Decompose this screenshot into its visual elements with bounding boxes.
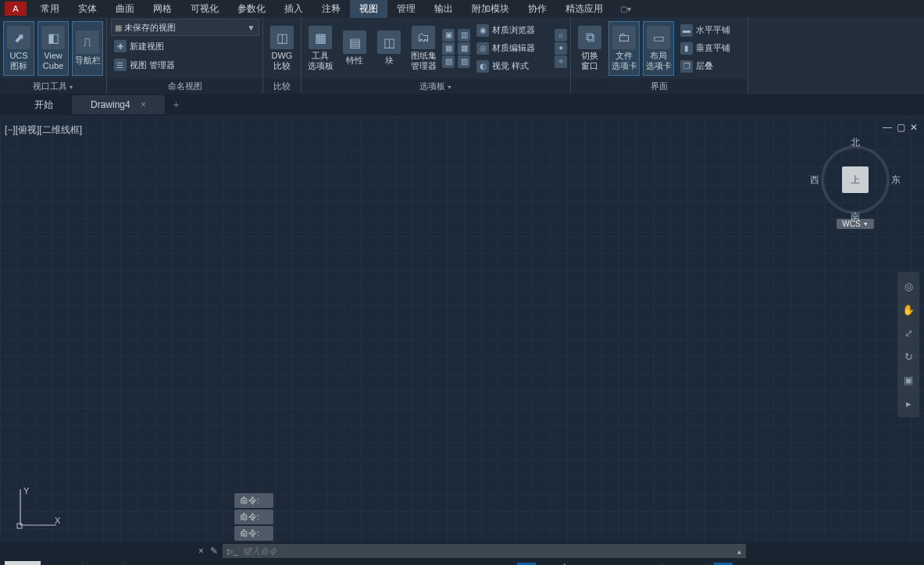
menu-output[interactable]: 输出 <box>425 0 462 18</box>
palette-icon-6[interactable]: ▨ <box>458 55 470 68</box>
view-combo[interactable]: ▦ 未保存的视图 ▼ <box>111 19 259 36</box>
menu-parametric[interactable]: 参数化 <box>228 0 275 18</box>
menu-surface[interactable]: 曲面 <box>106 0 144 18</box>
tab-model[interactable]: 模型 <box>5 561 41 565</box>
navbar-button[interactable]: ⎍ 导航栏 <box>72 21 103 76</box>
panel-palettes-title[interactable]: 选项板 <box>301 79 570 94</box>
nav-more-icon[interactable]: ▸ <box>901 395 916 411</box>
palette-icon-3[interactable]: ▦ <box>442 42 455 55</box>
tab-layout1[interactable]: 布局1 <box>41 561 83 565</box>
tile-v-button[interactable]: ▮垂直平铺 <box>677 40 744 57</box>
viewcube-north[interactable]: 北 <box>851 136 860 149</box>
viewcube-east[interactable]: 东 <box>891 173 901 187</box>
menu-manage[interactable]: 管理 <box>387 0 425 18</box>
app-logo[interactable]: A <box>5 2 27 16</box>
palette-extra-2[interactable]: ✦ <box>555 42 567 55</box>
tab-start[interactable]: 开始 <box>16 95 72 116</box>
status-isolate-button[interactable]: ▣ <box>860 563 879 566</box>
blocks-button[interactable]: ◫ 块 <box>373 21 405 76</box>
status-gear-button[interactable]: ⚙ <box>799 563 818 566</box>
menu-featured[interactable]: 精选应用 <box>556 0 612 18</box>
view-manager-button[interactable]: ☰ 视图 管理器 <box>111 56 178 73</box>
menu-collab[interactable]: 协作 <box>519 0 556 18</box>
new-tab-button[interactable]: ＋ <box>171 98 181 112</box>
material-browser-button[interactable]: ◉材质浏览器 <box>473 22 551 39</box>
ucs-icon-button[interactable]: ⬈ UCS 图标 <box>3 21 34 76</box>
menu-annotate[interactable]: 注释 <box>312 0 350 18</box>
viewcube-west[interactable]: 西 <box>810 173 819 187</box>
status-cleanscreen-button[interactable]: ⛶ <box>880 563 899 566</box>
viewcube-button[interactable]: ◧ View Cube <box>37 21 69 76</box>
status-transparency-button[interactable]: ❖ <box>687 563 705 566</box>
cascade-button[interactable]: ❐层叠 <box>677 58 744 75</box>
cmd-customize-icon[interactable]: ✎ <box>210 545 218 556</box>
tab-layout2[interactable]: 布局2 <box>83 561 124 565</box>
close-tab-icon[interactable]: × <box>141 99 146 110</box>
status-annoscale2-button[interactable]: ⅄ <box>755 563 773 566</box>
status-snap-button[interactable]: ⸬ <box>537 563 556 566</box>
status-annoscale1-button[interactable]: ⅄ <box>734 563 753 566</box>
viewport-close-icon[interactable]: ✕ <box>910 122 918 133</box>
tool-palette-button[interactable]: ▦ 工具 选项板 <box>305 21 336 76</box>
status-iso-button[interactable]: ∿ <box>598 563 617 566</box>
svg-text:Y: Y <box>23 486 30 495</box>
status-polar-button[interactable]: ◒ <box>578 563 597 566</box>
panel-viewport-title[interactable]: 视口工具 <box>0 79 106 94</box>
switch-window-button[interactable]: ⧉ 切换 窗口 <box>574 21 605 76</box>
palette-icon-2[interactable]: ▥ <box>458 29 470 41</box>
menu-visualize[interactable]: 可视化 <box>181 0 228 18</box>
menu-common[interactable]: 常用 <box>31 0 69 18</box>
status-menu-button[interactable]: ≡ <box>901 563 919 566</box>
palette-extra-3[interactable]: ✧ <box>555 55 567 68</box>
material-editor-button[interactable]: ◎材质编辑器 <box>473 40 551 57</box>
viewport-minimize-icon[interactable]: — <box>883 122 892 133</box>
menu-insert[interactable]: 插入 <box>275 0 312 18</box>
command-input-wrap[interactable]: ▷_ ▴ <box>223 544 746 558</box>
palette-icon-5[interactable]: ▧ <box>442 55 455 68</box>
visual-style-button[interactable]: ◐视觉 样式 <box>473 58 551 75</box>
qat-dropdown[interactable]: ▢▾ <box>620 5 631 13</box>
viewcube-south[interactable]: 南 <box>851 210 860 223</box>
chevron-down-icon: ▼ <box>248 23 255 32</box>
add-layout-button[interactable]: ＋ <box>124 560 149 565</box>
new-view-button[interactable]: ✚ 新建视图 <box>111 38 167 55</box>
status-ws-button[interactable]: ◻ <box>819 563 838 566</box>
orbit-icon[interactable]: ↻ <box>901 349 916 364</box>
menu-addons[interactable]: 附加模块 <box>462 0 519 18</box>
viewport-maximize-icon[interactable]: ▢ <box>897 122 905 133</box>
cmd-recent-icon[interactable]: ▴ <box>737 547 741 556</box>
status-grid-button[interactable]: ▦ <box>517 563 536 566</box>
sheetset-button[interactable]: 🗂 图纸集 管理器 <box>408 21 439 76</box>
cmd-close-icon[interactable]: × <box>198 545 204 556</box>
menu-view[interactable]: 视图 <box>350 0 387 18</box>
status-monitor-button[interactable]: 🖵 <box>840 563 858 566</box>
file-tabs-button[interactable]: 🗀 文件 选项卡 <box>608 21 640 76</box>
status-osnap-button[interactable]: ∠ <box>619 563 637 566</box>
menu-mesh[interactable]: 网格 <box>144 0 181 18</box>
status-annotation-button[interactable]: ✶ <box>714 563 733 566</box>
layout-tabs-button[interactable]: ▭ 布局 选项卡 <box>643 21 674 76</box>
showmotion-icon[interactable]: ▣ <box>901 372 916 388</box>
palette-icon-1[interactable]: ▣ <box>442 29 455 41</box>
viewport-label[interactable]: [−][俯视][二维线框] <box>5 123 82 137</box>
tile-h-button[interactable]: ▬水平平铺 <box>677 22 744 39</box>
status-otrack-button[interactable]: 🞋 <box>639 563 658 566</box>
tool-palette-icon: ▦ <box>309 26 332 49</box>
menu-solid[interactable]: 实体 <box>69 0 106 18</box>
palette-extra-1[interactable]: ☼ <box>555 29 567 41</box>
fullnav-icon[interactable]: ◎ <box>901 278 916 294</box>
viewcube[interactable]: 北 南 东 西 上 WCS <box>819 145 891 231</box>
zoom-extents-icon[interactable]: ⤢ <box>901 325 916 341</box>
drawing-canvas[interactable]: [−][俯视][二维线框] — ▢ ✕ 北 南 东 西 上 WCS ◎ ✋ ⤢ … <box>0 116 924 542</box>
viewcube-top-face[interactable]: 上 <box>842 166 869 193</box>
panel-named-views: ▦ 未保存的视图 ▼ ✚ 新建视图 ☰ 视图 管理器 命名视图 <box>107 17 263 94</box>
dwg-compare-button[interactable]: ◫ DWG 比较 <box>266 21 298 76</box>
status-ortho-button[interactable]: ┗ <box>558 563 576 566</box>
tab-drawing4[interactable]: Drawing4 × <box>72 95 165 114</box>
view-combo-value: 未保存的视图 <box>124 23 176 32</box>
status-lineweight-button[interactable]: ⊞ <box>666 563 685 566</box>
command-input[interactable] <box>243 546 733 556</box>
pan-icon[interactable]: ✋ <box>901 302 916 317</box>
properties-button[interactable]: ▤ 特性 <box>339 21 370 76</box>
palette-icon-4[interactable]: ▩ <box>458 42 470 55</box>
